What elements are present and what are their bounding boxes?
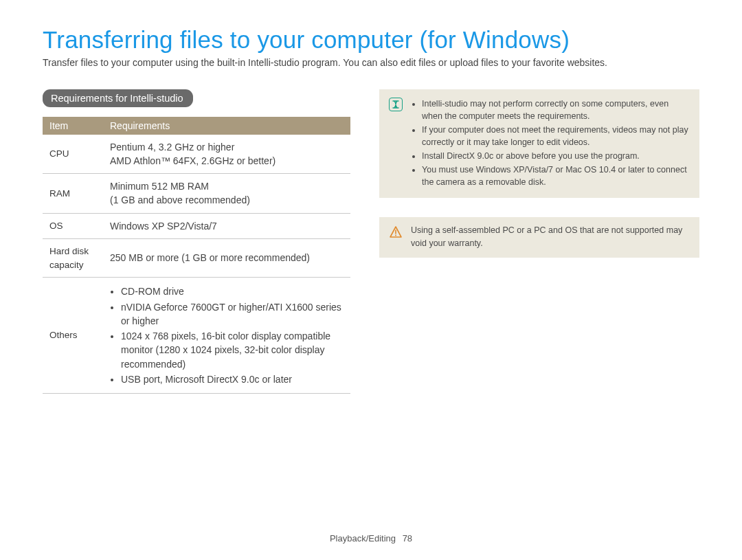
row-value-cpu: Pentium 4, 3.2 GHz or higher AMD Athlon™… <box>103 135 350 174</box>
row-value-hdd: 250 MB or more (1 GB or more recommended… <box>103 239 350 278</box>
others-bullet-2: nVIDIA Geforce 7600GT or higher/ATI X160… <box>121 300 345 328</box>
warning-icon <box>389 225 403 239</box>
page-title: Transferring files to your computer (for… <box>43 26 699 54</box>
table-row: RAM Minimum 512 MB RAM (1 GB and above r… <box>43 174 350 214</box>
table-head-requirements: Requirements <box>103 117 350 135</box>
table-row: Others CD-ROM drive nVIDIA Geforce 7600G… <box>43 278 350 394</box>
cpu-line1: Pentium 4, 3.2 GHz or higher <box>110 140 345 154</box>
row-value-others: CD-ROM drive nVIDIA Geforce 7600GT or hi… <box>103 278 350 394</box>
row-label-others: Others <box>43 278 103 394</box>
requirements-table: Item Requirements CPU Pentium 4, 3.2 GHz… <box>43 117 350 394</box>
info-bullet-2: If your computer does not meet the requi… <box>422 124 690 148</box>
svg-point-1 <box>395 235 396 236</box>
table-row: CPU Pentium 4, 3.2 GHz or higher AMD Ath… <box>43 135 350 174</box>
others-bullet-1: CD-ROM drive <box>121 284 345 298</box>
row-value-ram: Minimum 512 MB RAM (1 GB and above recom… <box>103 174 350 214</box>
row-value-os: Windows XP SP2/Vista/7 <box>103 213 350 238</box>
info-note-box: Intelli-studio may not perform correctly… <box>379 89 699 199</box>
info-bullet-1: Intelli-studio may not perform correctly… <box>422 98 690 122</box>
row-label-cpu: CPU <box>43 135 103 174</box>
row-label-hdd: Hard disk capacity <box>43 239 103 278</box>
footer-section: Playback/Editing <box>330 533 396 544</box>
table-head-item: Item <box>43 117 103 135</box>
ram-line1: Minimum 512 MB RAM <box>110 179 345 193</box>
intro-text: Transfer files to your computer using th… <box>43 56 699 70</box>
info-bullet-3: Install DirectX 9.0c or above before you… <box>422 150 690 162</box>
cpu-line2: AMD Athlon™ 64FX, 2.6GHz or better) <box>110 154 345 168</box>
warning-text: Using a self-assembled PC or a PC and OS… <box>411 224 690 249</box>
section-heading-pill: Requirements for Intelli-studio <box>43 89 193 107</box>
row-label-ram: RAM <box>43 174 103 214</box>
table-row: OS Windows XP SP2/Vista/7 <box>43 213 350 238</box>
footer-page-number: 78 <box>403 533 412 544</box>
ram-line2: (1 GB and above recommended) <box>110 193 345 207</box>
table-row: Hard disk capacity 250 MB or more (1 GB … <box>43 239 350 278</box>
info-icon <box>389 98 403 111</box>
left-column: Requirements for Intelli-studio Item Req… <box>43 89 350 394</box>
warning-note-box: Using a self-assembled PC or a PC and OS… <box>379 217 699 257</box>
others-bullet-3: 1024 x 768 pixels, 16-bit color display … <box>121 329 345 371</box>
info-bullet-4: You must use Windows XP/Vista/7 or Mac O… <box>422 164 690 188</box>
others-bullet-4: USB port, Microsoft DirectX 9.0c or late… <box>121 372 345 386</box>
page-footer: Playback/Editing 78 <box>0 533 742 544</box>
row-label-os: OS <box>43 213 103 238</box>
right-column: Intelli-studio may not perform correctly… <box>379 89 699 394</box>
